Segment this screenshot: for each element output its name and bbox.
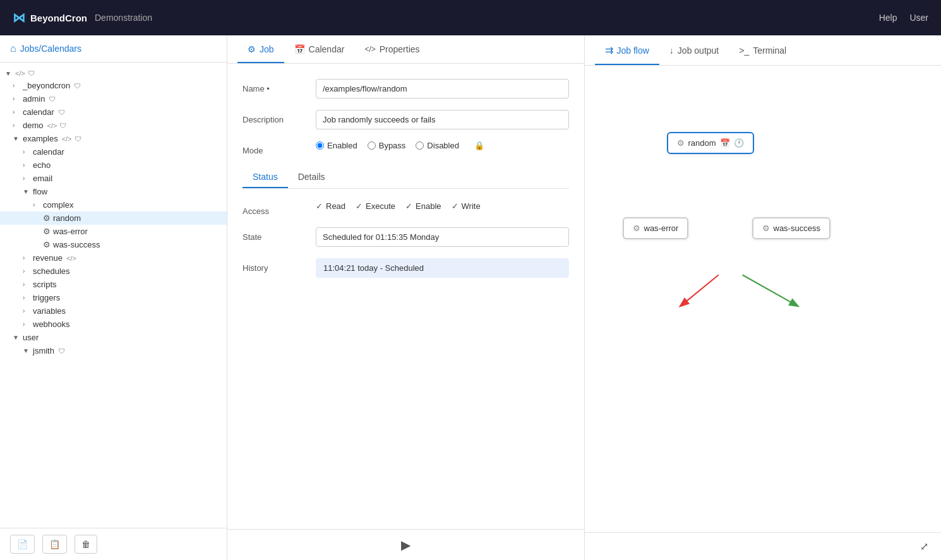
sidebar-item-echo[interactable]: › echo <box>0 158 227 172</box>
sidebar-item-calendar[interactable]: › calendar 🛡 <box>0 105 227 119</box>
sidebar-item-label: was-success <box>53 240 100 249</box>
chevron-down-icon: ▼ <box>23 347 30 354</box>
sidebar-item-scripts[interactable]: › scripts <box>0 278 227 291</box>
code-icon: </> <box>47 122 57 129</box>
app-name: BeyondCron <box>30 13 87 23</box>
description-input[interactable] <box>316 110 569 129</box>
mode-disabled[interactable]: Disabled <box>416 141 459 150</box>
sidebar-tree: ▼ </> 🛡 › _beyondcron 🛡 › admin 🛡 › cale… <box>0 63 227 528</box>
sidebar-item-flow[interactable]: ▼ flow <box>0 185 227 198</box>
check-icon: ✓ <box>452 201 459 211</box>
sub-tab-status[interactable]: Status <box>243 167 288 188</box>
sidebar-footer: 📄 📋 🗑 <box>0 528 227 560</box>
delete-button[interactable]: 🗑 <box>75 535 97 554</box>
name-label: Name • <box>243 79 306 93</box>
tab-label: Job output <box>678 45 719 56</box>
chevron-right-icon: › <box>23 162 30 169</box>
tab-properties[interactable]: </> Properties <box>354 35 429 63</box>
code-icon: </> <box>62 135 72 143</box>
tab-jobflow[interactable]: ⇉ Job flow <box>595 35 659 65</box>
right-body: ⚙ random 📅 🕐 ⚙ was-error ⚙ was-success <box>585 66 942 532</box>
download-icon: ↓ <box>669 45 674 56</box>
tab-calendar[interactable]: 📅 Calendar <box>284 35 355 63</box>
sub-tab-details[interactable]: Details <box>288 167 335 188</box>
state-row: State Scheduled for 01:15:35 Monday <box>243 227 569 247</box>
tab-terminal[interactable]: >_ Terminal <box>729 35 796 65</box>
sidebar-item-label: _beyondcron <box>23 81 70 90</box>
sidebar-item-webhooks[interactable]: › webhooks <box>0 318 227 331</box>
topnav-right: Help User <box>879 13 928 23</box>
flow-node-was-error[interactable]: ⚙ was-error <box>623 217 689 239</box>
sidebar-item-label: user <box>23 333 39 342</box>
access-enable: ✓ Enable <box>405 201 441 211</box>
sidebar-item-complex[interactable]: › complex <box>0 198 227 211</box>
topnav: ⋈ BeyondCron Demonstration Help User <box>0 0 941 35</box>
history-label: History <box>243 258 306 273</box>
logo: ⋈ BeyondCron <box>13 10 87 25</box>
code-icon: </> <box>15 69 25 77</box>
access-read: ✓ Read <box>316 201 345 211</box>
sidebar-item-was-error[interactable]: ⚙ was-error <box>0 225 227 238</box>
terminal-icon: >_ <box>739 45 749 56</box>
name-input[interactable] <box>316 79 569 98</box>
tab-label: Properties <box>380 44 420 54</box>
jobs-calendars-link[interactable]: Jobs/Calendars <box>20 44 81 54</box>
sidebar-item-email[interactable]: › email <box>0 172 227 185</box>
tree-root[interactable]: ▼ </> 🛡 <box>0 68 227 79</box>
sidebar-item-examples[interactable]: ▼ examples </> 🛡 <box>0 132 227 145</box>
main-layout: ⌂ Jobs/Calendars ▼ </> 🛡 › _beyondcron 🛡… <box>0 35 941 560</box>
expand-button[interactable]: ⤢ <box>920 540 928 552</box>
sidebar-item-demo[interactable]: › demo </> 🛡 <box>0 119 227 132</box>
chevron-right-icon: › <box>23 175 30 182</box>
home-icon: ⌂ <box>10 43 16 54</box>
state-label: State <box>243 227 306 242</box>
node-label: was-error <box>644 223 679 233</box>
flow-node-random[interactable]: ⚙ random 📅 🕐 <box>667 132 754 154</box>
check-icon: ✓ <box>405 201 412 211</box>
description-row: Description <box>243 110 569 129</box>
tab-job[interactable]: ⚙ Job <box>237 35 284 63</box>
help-link[interactable]: Help <box>879 13 897 23</box>
svg-line-1 <box>742 275 797 306</box>
chevron-right-icon: › <box>13 82 20 89</box>
sidebar-item-label: demo <box>23 121 44 130</box>
sidebar-item-user[interactable]: ▼ user <box>0 331 227 344</box>
mode-bypass[interactable]: Bypass <box>368 141 406 150</box>
tab-label: Job flow <box>617 45 649 56</box>
sidebar-item-admin[interactable]: › admin 🛡 <box>0 92 227 105</box>
clock-icon: 🕐 <box>734 138 744 148</box>
sidebar-item-revenue[interactable]: › revenue </> <box>0 251 227 265</box>
flow-node-was-success[interactable]: ⚙ was-success <box>752 217 830 239</box>
new-button[interactable]: 📄 <box>10 535 35 554</box>
chevron-right-icon: › <box>23 307 30 314</box>
chevron-right-icon: › <box>23 281 30 288</box>
sidebar-item-variables[interactable]: › variables <box>0 304 227 318</box>
sidebar-item-beyondcron[interactable]: › _beyondcron 🛡 <box>0 79 227 92</box>
sidebar-item-triggers[interactable]: › triggers <box>0 291 227 304</box>
org-name: Demonstration <box>95 13 152 23</box>
sub-tabs: Status Details <box>243 167 569 189</box>
sidebar-item-examples-calendar[interactable]: › calendar <box>0 145 227 158</box>
description-label: Description <box>243 110 306 124</box>
copy-button[interactable]: 📋 <box>42 535 67 554</box>
user-link[interactable]: User <box>909 13 928 23</box>
chevron-right-icon: › <box>23 148 30 155</box>
gear-icon: ⚙ <box>677 138 685 148</box>
mode-enabled[interactable]: Enabled <box>316 141 357 150</box>
sidebar-item-schedules[interactable]: › schedules <box>0 265 227 278</box>
tab-joboutput[interactable]: ↓ Job output <box>659 35 729 65</box>
right-panel: ⇉ Job flow ↓ Job output >_ Terminal <box>585 35 942 560</box>
tab-label: Job <box>260 44 274 54</box>
name-row: Name • <box>243 79 569 98</box>
run-button[interactable]: ▶ <box>401 537 411 552</box>
sidebar-item-was-success[interactable]: ⚙ was-success <box>0 238 227 251</box>
shield-icon: 🛡 <box>49 95 56 103</box>
sidebar-item-label: schedules <box>33 266 70 276</box>
chevron-right-icon: › <box>33 201 40 208</box>
mode-group: Enabled Bypass Disabled 🔒 <box>316 141 569 150</box>
sidebar-item-random[interactable]: ⚙ random <box>0 211 227 225</box>
state-value: Scheduled for 01:15:35 Monday <box>316 227 569 247</box>
sidebar-item-jsmith[interactable]: ▼ jsmith 🛡 <box>0 344 227 357</box>
gear-icon: ⚙ <box>43 227 51 236</box>
chevron-right-icon: › <box>23 254 30 261</box>
